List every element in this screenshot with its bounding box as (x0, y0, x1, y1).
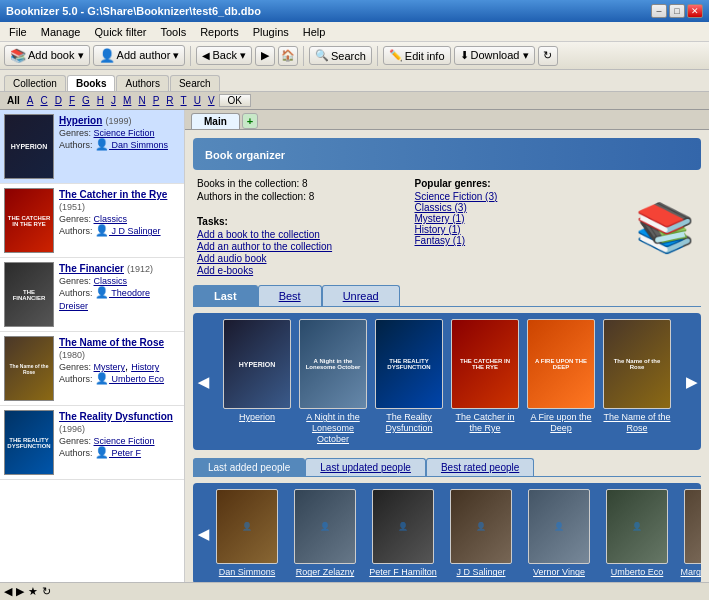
genre-link-2[interactable]: History (131, 362, 159, 372)
alpha-v[interactable]: V (205, 95, 218, 106)
add-author-button[interactable]: 👤 Add author ▾ (93, 45, 186, 66)
tab-last[interactable]: Last (193, 285, 258, 306)
carousel-book[interactable]: A FIRE UPON THE DEEP A Fire upon the Dee… (525, 319, 597, 444)
tab-books[interactable]: Books (67, 75, 116, 91)
genre-scifi-link[interactable]: Science Fiction (3) (415, 191, 613, 202)
list-item[interactable]: THE FINANCIER The Financier (1912) Genre… (0, 258, 184, 332)
status-next-icon[interactable]: ▶ (16, 585, 24, 598)
tab-best-rated[interactable]: Best rated people (426, 458, 534, 476)
close-button[interactable]: ✕ (687, 4, 703, 18)
alpha-t[interactable]: T (178, 95, 190, 106)
tab-main[interactable]: Main (191, 113, 240, 129)
carousel-book[interactable]: THE CATCHER IN THE RYE The Catcher in th… (449, 319, 521, 444)
book-title-link[interactable]: The Financier (59, 263, 124, 274)
alpha-ok-button[interactable]: OK (219, 94, 251, 107)
genre-classics-link[interactable]: Classics (3) (415, 202, 613, 213)
alpha-all[interactable]: All (4, 95, 23, 106)
person-item[interactable]: 👤 Dan Simmons (211, 489, 283, 578)
alpha-d[interactable]: D (52, 95, 65, 106)
status-star-icon[interactable]: ★ (28, 585, 38, 598)
carousel-book-title[interactable]: The Catcher in the Rye (449, 412, 521, 434)
back-button[interactable]: ◀ Back ▾ (196, 46, 252, 65)
forward-button[interactable]: ▶ (255, 46, 275, 66)
person-item[interactable]: 👤 Vernor Vinge (523, 489, 595, 578)
book-title-link[interactable]: The Reality Dysfunction (59, 411, 173, 422)
people-prev-button[interactable]: ◀ (195, 489, 211, 578)
carousel-book-title[interactable]: The Name of the Rose (601, 412, 673, 434)
person-name[interactable]: Peter F Hamilton (369, 567, 437, 578)
add-book-link[interactable]: Add a book to the collection (197, 229, 395, 240)
menu-manage[interactable]: Manage (36, 25, 86, 39)
tab-authors[interactable]: Authors (116, 75, 168, 91)
tab-collection[interactable]: Collection (4, 75, 66, 91)
home-button[interactable]: 🏠 (278, 46, 298, 66)
menu-help[interactable]: Help (298, 25, 331, 39)
maximize-button[interactable]: □ (669, 4, 685, 18)
menu-plugins[interactable]: Plugins (248, 25, 294, 39)
genre-mystery-link[interactable]: Mystery (1) (415, 213, 613, 224)
add-book-button[interactable]: 📚 Add book ▾ (4, 45, 90, 66)
tab-last-updated[interactable]: Last updated people (305, 458, 426, 476)
carousel-prev-button[interactable]: ◀ (195, 319, 211, 444)
list-item[interactable]: THE CATCHER IN THE RYE The Catcher in th… (0, 184, 184, 258)
alpha-n[interactable]: N (135, 95, 148, 106)
tab-last-added[interactable]: Last added people (193, 458, 305, 476)
genre-link[interactable]: Classics (94, 276, 128, 286)
genre-link[interactable]: Mystery (94, 362, 126, 372)
author-link[interactable]: J D Salinger (109, 226, 161, 236)
menu-quick-filter[interactable]: Quick filter (90, 25, 152, 39)
person-item[interactable]: 👤 Peter F Hamilton (367, 489, 439, 578)
person-item[interactable]: 👤 Margaret Mitchell (679, 489, 701, 578)
book-title-link[interactable]: The Catcher in the Rye (59, 189, 167, 200)
list-item[interactable]: The Name of the Rose The Name of the Ros… (0, 332, 184, 406)
person-name[interactable]: Vernor Vinge (533, 567, 585, 578)
carousel-book[interactable]: HYPERION Hyperion (221, 319, 293, 444)
person-item[interactable]: 👤 Roger Zelazny (289, 489, 361, 578)
author-link[interactable]: Peter F (109, 448, 141, 458)
add-ebook-link[interactable]: Add e-books (197, 265, 395, 276)
carousel-book-title[interactable]: A Night in the Lonesome October (297, 412, 369, 444)
alpha-r[interactable]: R (163, 95, 176, 106)
minimize-button[interactable]: – (651, 4, 667, 18)
carousel-book[interactable]: The Name of the Rose The Name of the Ros… (601, 319, 673, 444)
author-link[interactable]: Dan Simmons (109, 140, 168, 150)
person-item[interactable]: 👤 Umberto Eco (601, 489, 673, 578)
carousel-book-title[interactable]: A Fire upon the Deep (525, 412, 597, 434)
add-author-link[interactable]: Add an author to the collection (197, 241, 395, 252)
add-audio-link[interactable]: Add audio book (197, 253, 395, 264)
author-link[interactable]: Umberto Eco (109, 374, 164, 384)
menu-reports[interactable]: Reports (195, 25, 244, 39)
add-tab-button[interactable]: + (242, 113, 258, 129)
person-name[interactable]: Umberto Eco (611, 567, 664, 578)
list-item[interactable]: THE REALITY DYSFUNCTION The Reality Dysf… (0, 406, 184, 480)
alpha-u[interactable]: U (191, 95, 204, 106)
alpha-f[interactable]: F (66, 95, 78, 106)
alpha-h[interactable]: H (94, 95, 107, 106)
menu-file[interactable]: File (4, 25, 32, 39)
search-button[interactable]: 🔍 Search (309, 46, 372, 65)
status-refresh-icon[interactable]: ↻ (42, 585, 51, 598)
alpha-c[interactable]: C (37, 95, 50, 106)
person-name[interactable]: J D Salinger (456, 567, 505, 578)
alpha-a[interactable]: A (24, 95, 37, 106)
menu-tools[interactable]: Tools (155, 25, 191, 39)
person-name[interactable]: Roger Zelazny (296, 567, 355, 578)
genre-link[interactable]: Science Fiction (94, 128, 155, 138)
genre-fantasy-link[interactable]: Fantasy (1) (415, 235, 613, 246)
genre-link[interactable]: Classics (94, 214, 128, 224)
status-prev-icon[interactable]: ◀ (4, 585, 12, 598)
carousel-book-title[interactable]: Hyperion (221, 412, 293, 423)
tab-best[interactable]: Best (258, 285, 322, 306)
book-title-link[interactable]: Hyperion (59, 115, 102, 126)
genre-history-link[interactable]: History (1) (415, 224, 613, 235)
carousel-book-title[interactable]: The Reality Dysfunction (373, 412, 445, 434)
alpha-g[interactable]: G (79, 95, 93, 106)
person-name[interactable]: Dan Simmons (219, 567, 276, 578)
tab-search[interactable]: Search (170, 75, 220, 91)
refresh-button[interactable]: ↻ (538, 46, 558, 66)
genre-link[interactable]: Science Fiction (94, 436, 155, 446)
book-title-link[interactable]: The Name of the Rose (59, 337, 164, 348)
edit-info-button[interactable]: ✏️ Edit info (383, 46, 451, 65)
carousel-next-button[interactable]: ▶ (683, 319, 699, 444)
alpha-p[interactable]: P (150, 95, 163, 106)
